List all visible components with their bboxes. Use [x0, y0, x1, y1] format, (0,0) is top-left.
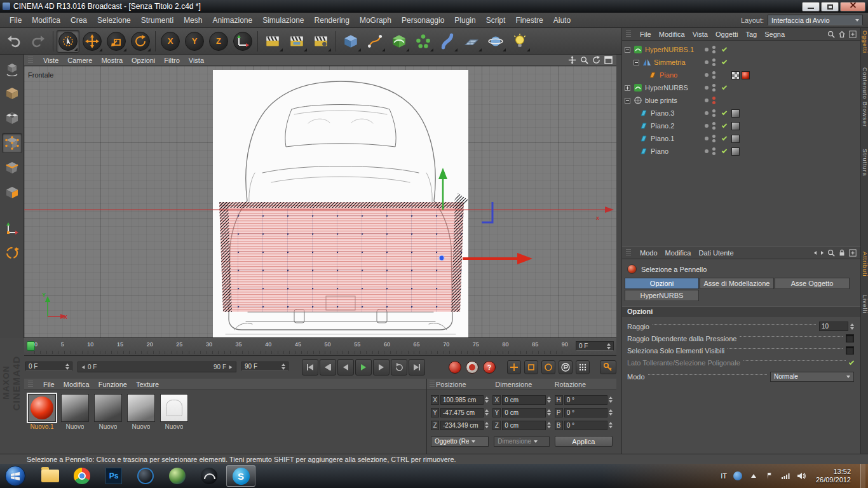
size-mode-dropdown[interactable]: Dimensione [494, 437, 549, 447]
menu-file[interactable]: File [5, 14, 26, 27]
material-item[interactable]: Nuovo [60, 394, 90, 430]
drag-grip[interactable] [28, 57, 33, 64]
enabled-check-icon[interactable] [722, 148, 727, 153]
action-center-flag-icon[interactable] [764, 471, 775, 481]
collapse-icon[interactable] [625, 98, 630, 104]
show-desktop-button[interactable] [860, 464, 865, 488]
record-keyframe-button[interactable] [449, 361, 461, 374]
toggle-view-icon[interactable] [604, 56, 613, 64]
side-tab-contenuto-browser[interactable]: Contenuto Browser [862, 67, 868, 127]
drag-grip[interactable] [28, 381, 33, 388]
material-menu-file[interactable]: File [43, 381, 55, 388]
rot-p-field[interactable]: 0 ° [564, 408, 607, 417]
material-item[interactable]: Nuovo [126, 394, 156, 430]
material-thumbnail[interactable] [94, 394, 122, 422]
options-section-header[interactable]: Opzioni [622, 306, 860, 316]
material-item[interactable]: Nuovo [93, 394, 123, 430]
add-light-button[interactable] [508, 30, 531, 53]
om-menu-oggetti[interactable]: Oggetti [715, 30, 738, 38]
material-item[interactable]: Nuovo [159, 394, 189, 430]
object-row[interactable]: Piano.1 [622, 132, 860, 145]
uvw-tag-icon[interactable] [731, 71, 740, 79]
rot-h-field[interactable]: 0 ° [564, 395, 607, 405]
material-menu-funzione[interactable]: Funzione [98, 381, 127, 388]
apply-button[interactable]: Applica [555, 436, 613, 447]
menu-modifica[interactable]: Modifica [27, 14, 65, 27]
loop-button[interactable] [391, 359, 407, 376]
collapse-icon[interactable] [634, 60, 639, 65]
menu-script[interactable]: Script [482, 14, 510, 27]
taskbar-chrome-button[interactable] [67, 465, 97, 487]
material-item[interactable]: Nuovo.1 [27, 394, 57, 430]
taskbar-explorer-button[interactable] [36, 465, 65, 487]
play-button[interactable] [355, 359, 372, 376]
object-row[interactable]: HyperNURBS [622, 81, 860, 94]
material-thumbnail[interactable] [28, 394, 56, 422]
add-hypernurbs-button[interactable] [388, 30, 410, 53]
scale-tool-button[interactable] [105, 30, 128, 53]
z-axis-corner-handle[interactable] [482, 202, 492, 222]
rot-b-field[interactable]: 0 ° [564, 421, 607, 430]
menu-mesh[interactable]: Mesh [179, 14, 207, 27]
layer-dot-icon[interactable] [705, 73, 709, 77]
menu-rendering[interactable]: Rendering [310, 14, 354, 27]
visibility-dots[interactable] [712, 109, 715, 117]
selected-vertex[interactable] [439, 255, 444, 261]
goto-start-button[interactable] [302, 359, 318, 376]
visibility-dots[interactable] [712, 147, 715, 155]
taskbar-skype-button[interactable]: S [226, 465, 255, 487]
viewport-menu-opzioni[interactable]: Opzioni [132, 57, 155, 64]
menu-plugin[interactable]: Plugin [450, 14, 480, 27]
points-mode-button[interactable] [2, 133, 22, 153]
tollerante-check-icon[interactable] [849, 359, 854, 364]
previous-frame-button[interactable] [337, 359, 354, 376]
om-menu-modifica[interactable]: Modifica [659, 30, 685, 38]
viewport-menu-mostra[interactable]: Mostra [101, 57, 123, 64]
material-thumbnail[interactable] [160, 394, 188, 422]
layer-dot-icon[interactable] [705, 137, 709, 140]
dim-z-field[interactable]: 0 cm [502, 421, 545, 430]
dim-y-field[interactable]: 0 cm [502, 408, 545, 417]
previous-key-button[interactable] [320, 359, 336, 376]
layout-dropdown[interactable]: Interfaccia di Avvio [768, 15, 863, 25]
om-menu-vista[interactable]: Vista [693, 30, 708, 38]
polygons-mode-button[interactable] [2, 182, 22, 203]
side-tab-livelli[interactable]: Livelli [862, 295, 868, 314]
enabled-check-icon[interactable] [722, 110, 727, 115]
menu-selezione[interactable]: Selezione [93, 14, 135, 27]
add-array-button[interactable] [412, 30, 435, 53]
add-floor-button[interactable] [460, 30, 483, 53]
side-tab-attributi[interactable]: Attributi [862, 252, 868, 277]
add-panel-icon[interactable] [849, 30, 857, 38]
layer-dot-icon[interactable] [705, 60, 709, 64]
current-frame-field[interactable]: 0 F [576, 341, 614, 351]
frame-field[interactable]: 0 F [25, 362, 72, 371]
visibility-dots[interactable] [712, 71, 715, 79]
menu-strumenti[interactable]: Strumenti [137, 14, 178, 27]
home-icon[interactable] [838, 30, 846, 38]
texture-tag-icon[interactable] [731, 135, 740, 143]
next-frame-button[interactable] [373, 359, 390, 376]
layer-dot-icon[interactable] [705, 124, 709, 128]
add-spline-button[interactable] [363, 30, 386, 53]
live-selection-button[interactable] [57, 30, 79, 53]
record-pla-toggle[interactable] [576, 360, 590, 374]
material-menu-modifica[interactable]: Modifica [64, 381, 90, 388]
layer-dot-icon[interactable] [705, 149, 709, 153]
visibility-dots[interactable] [712, 46, 715, 53]
minimize-button[interactable] [802, 2, 820, 11]
add-environment-button[interactable] [484, 30, 507, 53]
tab-asse-di-modellazione[interactable]: Asse di Modellazione [700, 278, 774, 289]
taskbar-media-app-button[interactable] [131, 465, 160, 487]
viewport[interactable]: Frontale Y X x [24, 66, 616, 338]
edges-mode-button[interactable] [2, 158, 22, 178]
visibility-dots[interactable] [712, 122, 715, 130]
record-rotation-toggle[interactable] [541, 360, 555, 374]
tab-asse-oggetto[interactable]: Asse Oggetto [775, 278, 850, 289]
material-menu-texture[interactable]: Texture [136, 381, 159, 388]
add-cube-button[interactable] [339, 30, 362, 53]
make-editable-button[interactable] [2, 58, 22, 79]
keyframe-selection-button[interactable] [600, 360, 616, 374]
frame-range-slider[interactable]: 0 F 90 F [78, 362, 236, 372]
taskbar-openoffice-button[interactable] [194, 465, 224, 487]
